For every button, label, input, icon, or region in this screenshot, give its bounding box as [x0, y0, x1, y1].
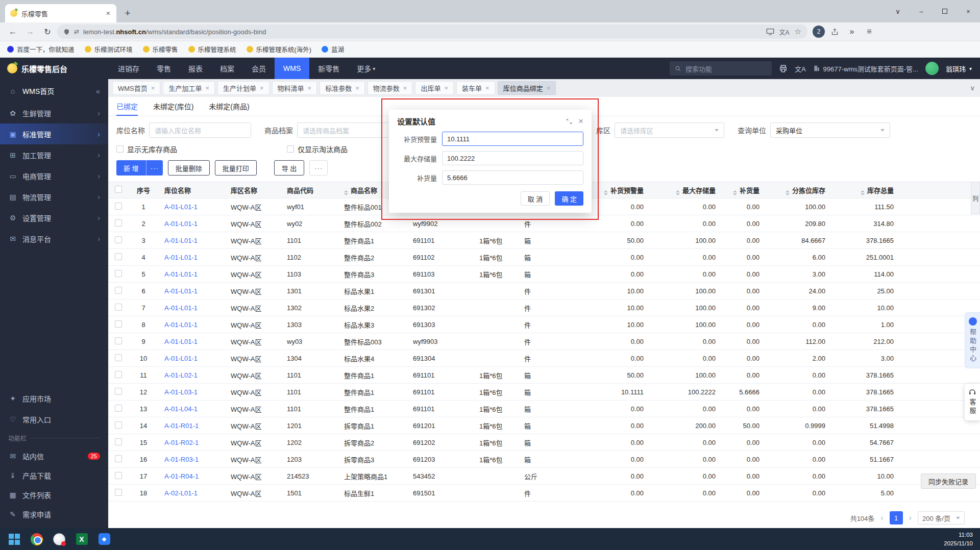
modal-field-input[interactable]: 100.2222: [442, 151, 583, 165]
row-checkbox[interactable]: [115, 455, 122, 462]
sidebar-tool-item[interactable]: ▦文件列表: [0, 485, 108, 505]
position-link[interactable]: A-01-R04-1: [164, 472, 199, 480]
sidebar-item[interactable]: ▭电商管理›: [0, 165, 108, 186]
customer-service-widget[interactable]: 客服: [965, 384, 980, 420]
add-button[interactable]: 新 增: [116, 160, 146, 176]
row-checkbox[interactable]: [115, 304, 122, 311]
close-tab-icon[interactable]: ×: [547, 84, 551, 92]
row-checkbox[interactable]: [115, 421, 122, 429]
row-checkbox[interactable]: [115, 337, 122, 344]
lanhu-icon[interactable]: ◆: [93, 528, 115, 550]
close-tab-icon[interactable]: ×: [308, 84, 312, 92]
top-nav-item[interactable]: 档案: [211, 58, 243, 79]
close-window-button[interactable]: ×: [957, 0, 980, 22]
browser-profile-avatar[interactable]: 2: [813, 26, 825, 38]
page-tab[interactable]: 出库单×: [415, 81, 454, 95]
sidebar-tool-item[interactable]: ⇓产品下载: [0, 466, 108, 485]
print-icon[interactable]: [779, 64, 788, 73]
top-nav-item[interactable]: 新零售: [309, 58, 348, 79]
position-link[interactable]: A-01-L01-1: [164, 355, 198, 362]
notification-app-icon[interactable]: [48, 528, 70, 550]
language-icon[interactable]: 文A: [795, 64, 806, 73]
excel-icon[interactable]: X: [70, 528, 93, 550]
confirm-button[interactable]: 确 定: [555, 191, 583, 206]
sort-icon[interactable]: [786, 190, 790, 195]
position-link[interactable]: A-01-L01-1: [164, 304, 198, 312]
page-tab[interactable]: 物流参数×: [368, 81, 413, 95]
subtab[interactable]: 已绑定: [116, 97, 138, 116]
sidebar-item[interactable]: ⚙设置管理›: [0, 207, 108, 228]
minimize-button[interactable]: –: [910, 0, 933, 22]
position-link[interactable]: A-02-L01-1: [164, 489, 198, 497]
translate-icon[interactable]: 文A: [779, 28, 790, 36]
page-tab[interactable]: 生产加工单×: [163, 81, 215, 95]
share-icon[interactable]: [827, 24, 842, 39]
bookmark-item[interactable]: 百度一下，你就知道: [7, 44, 75, 54]
bookmark-item[interactable]: 乐檬零售: [143, 44, 178, 54]
column-settings-tab[interactable]: 列: [971, 182, 980, 214]
favorite-star-icon[interactable]: ☆: [795, 27, 801, 36]
bookmark-item[interactable]: 乐檬管理系统(海外): [247, 44, 311, 54]
back-icon[interactable]: ←: [5, 24, 20, 39]
position-name-input[interactable]: 请输入库位名称: [149, 122, 251, 138]
page-tab[interactable]: 物料清单×: [272, 81, 317, 95]
close-tab-icon[interactable]: ×: [403, 84, 407, 92]
taskbar-clock[interactable]: 11:03 2025/11/10: [944, 531, 980, 547]
zone-select[interactable]: 请选择库区: [615, 122, 724, 138]
row-checkbox[interactable]: [115, 354, 122, 361]
function-search-input[interactable]: 搜索功能: [670, 61, 772, 76]
page-tab[interactable]: 标准参数×: [320, 81, 365, 95]
row-checkbox[interactable]: [115, 371, 122, 378]
start-button[interactable]: [3, 528, 26, 550]
prev-page-icon[interactable]: ‹: [880, 513, 883, 522]
batch-delete-button[interactable]: 批量删除: [168, 160, 210, 176]
top-nav-item[interactable]: WMS: [275, 58, 309, 79]
export-button[interactable]: 导 出: [274, 160, 305, 176]
add-more-button[interactable]: ···: [146, 160, 163, 176]
sidebar-item-favorites[interactable]: ♡ 常用入口: [0, 409, 108, 430]
next-page-icon[interactable]: ›: [909, 513, 912, 522]
close-tab-icon[interactable]: ×: [205, 84, 209, 92]
position-link[interactable]: A-01-L01-1: [164, 270, 198, 278]
top-nav-item[interactable]: 进销存: [109, 58, 148, 79]
select-all-checkbox[interactable]: [115, 186, 122, 193]
page-tab[interactable]: 装车单×: [456, 81, 495, 95]
close-tab-icon[interactable]: ×: [151, 84, 155, 92]
page-size-select[interactable]: 200 条/页: [918, 511, 965, 524]
close-tab-icon[interactable]: ×: [355, 84, 359, 92]
extensions-more-icon[interactable]: »: [844, 24, 860, 39]
sidebar-item[interactable]: ✉消息平台›: [0, 228, 108, 249]
query-unit-select[interactable]: 采购单位: [770, 122, 890, 138]
subtab[interactable]: 未绑定(库位): [153, 97, 193, 116]
row-checkbox[interactable]: [115, 219, 122, 227]
bookmark-item[interactable]: 乐檬测试环境: [85, 44, 133, 54]
row-checkbox[interactable]: [115, 320, 122, 328]
batch-print-button[interactable]: 批量打印: [215, 160, 257, 176]
row-checkbox[interactable]: [115, 472, 122, 479]
user-menu[interactable]: 翁琪玮 ▾: [946, 64, 972, 73]
position-link[interactable]: A-01-L02-1: [164, 371, 198, 379]
top-nav-item[interactable]: 报表: [180, 58, 211, 79]
close-tab-icon[interactable]: ×: [260, 84, 264, 92]
site-connection-icon[interactable]: ⇄: [74, 28, 79, 35]
show-no-stock-checkbox[interactable]: 显示无库存商品: [116, 144, 177, 154]
tab-overflow-chevron-icon[interactable]: ∨: [970, 84, 975, 92]
subtab[interactable]: 未绑定(商品): [209, 97, 249, 116]
maximize-button[interactable]: [933, 0, 957, 22]
position-link[interactable]: A-01-L01-1: [164, 203, 198, 211]
tab-list-chevron-icon[interactable]: ∨: [886, 0, 910, 22]
install-app-icon[interactable]: [766, 28, 774, 35]
sidebar-item-wms-home[interactable]: ⌂ WMS首页 «: [0, 79, 108, 103]
close-modal-icon[interactable]: ×: [578, 116, 583, 127]
modal-field-input[interactable]: 5.6666: [442, 170, 583, 185]
position-link[interactable]: A-01-L01-1: [164, 338, 198, 345]
close-tab-icon[interactable]: ×: [485, 84, 489, 92]
sort-icon[interactable]: [604, 190, 608, 195]
chrome-icon[interactable]: [26, 528, 48, 550]
fullscreen-icon[interactable]: [566, 118, 572, 124]
row-checkbox[interactable]: [115, 489, 122, 496]
position-link[interactable]: A-01-L01-1: [164, 220, 198, 228]
sidebar-item[interactable]: ✿生鲜管理›: [0, 103, 108, 123]
row-checkbox[interactable]: [115, 236, 122, 243]
position-link[interactable]: A-01-R03-1: [164, 456, 199, 463]
